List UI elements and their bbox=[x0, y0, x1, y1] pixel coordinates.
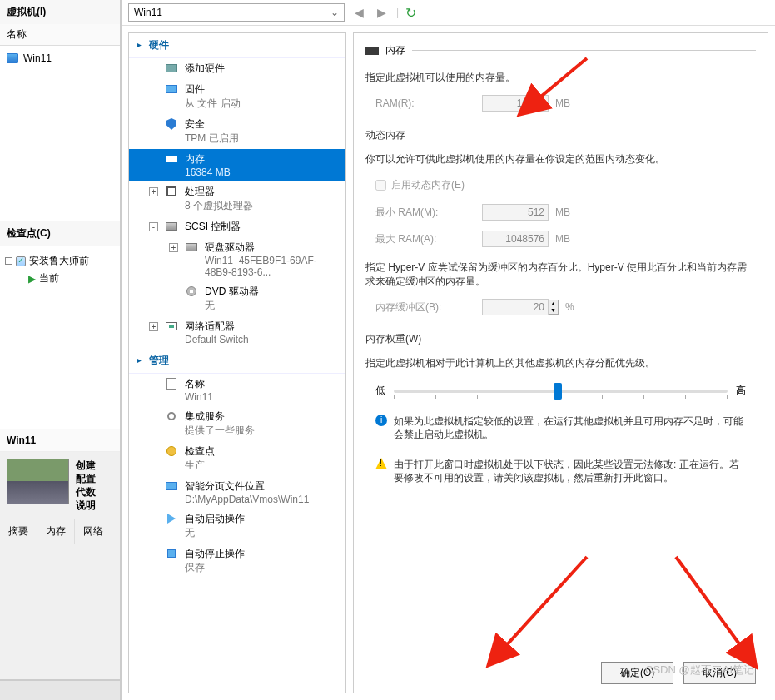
hw-network[interactable]: + 网络适配器Default Switch bbox=[129, 316, 345, 349]
preview-tabs: 摘要 内存 网络 bbox=[0, 519, 120, 544]
shield-icon bbox=[166, 118, 176, 130]
memory-desc: 指定此虚拟机可以使用的内存量。 bbox=[365, 71, 756, 85]
cpu-icon bbox=[166, 186, 176, 196]
buffer-row: 内存缓冲区(B): ▲▼ % bbox=[375, 299, 756, 315]
dvd-icon bbox=[186, 286, 196, 296]
dynamic-memory-header: 动态内存 bbox=[365, 128, 756, 142]
memory-icon bbox=[365, 47, 379, 55]
slider-thumb[interactable] bbox=[554, 383, 562, 400]
main-area: Win11 ⌄ ◀ ▶ | ↻ ▲ 硬件 添加硬件 固件从 文件 启动 安全 bbox=[121, 0, 775, 700]
svg-line-2 bbox=[676, 557, 743, 648]
hw-hdd[interactable]: + 硬盘驱动器Win11_45FEB9F1-69AF-48B9-8193-6..… bbox=[129, 237, 345, 281]
enable-dynamic-row: 启用动态内存(E) bbox=[375, 178, 756, 192]
ok-button[interactable]: 确定(O) bbox=[601, 662, 673, 684]
annotation-arrow bbox=[668, 557, 751, 659]
vm-selector[interactable]: Win11 ⌄ bbox=[128, 3, 345, 22]
mgmt-autostart[interactable]: 自动启动操作无 bbox=[129, 509, 345, 544]
checkpoint-icon bbox=[16, 256, 26, 266]
info-text: 如果为此虚拟机指定较低的设置，在运行其他虚拟机并且可用内存不足时，可能会禁止启动… bbox=[394, 415, 746, 441]
ram-row: RAM(R): MB bbox=[375, 95, 756, 112]
hw-dvd[interactable]: DVD 驱动器无 bbox=[129, 281, 345, 316]
stop-icon bbox=[167, 549, 176, 558]
preview-panel: Win11 创建 配置 代数 说明 摘要 内存 网络 bbox=[0, 429, 120, 680]
hw-scsi[interactable]: - SCSI 控制器 bbox=[129, 216, 345, 237]
expand-icon[interactable]: + bbox=[149, 322, 158, 331]
vm-panel-header: 虚拟机(I) bbox=[0, 0, 120, 24]
preview-title: Win11 bbox=[0, 429, 120, 452]
slider-high-label: 高 bbox=[736, 384, 746, 398]
buffer-input[interactable] bbox=[482, 299, 549, 315]
buffer-desc: 指定 Hyper-V 应尝试保留为缓冲区的内存百分比。Hyper-V 使用此百分… bbox=[365, 261, 756, 289]
nav-back-button[interactable]: ◀ bbox=[351, 6, 367, 19]
weight-desc: 指定此虚拟机相对于此计算机上的其他虚拟机的内存分配优先级。 bbox=[365, 356, 756, 370]
collapse-icon[interactable]: - bbox=[149, 222, 158, 231]
preview-text: 创建 配置 代数 说明 bbox=[76, 459, 96, 512]
hdd-icon bbox=[186, 243, 197, 251]
refresh-button[interactable]: ↻ bbox=[405, 5, 416, 21]
dynamic-memory-desc: 你可以允许可供此虚拟机使用的内存量在你设定的范围内动态变化。 bbox=[365, 152, 756, 166]
hardware-section-header[interactable]: ▲ 硬件 bbox=[129, 33, 345, 58]
vm-thumbnail[interactable] bbox=[7, 459, 69, 504]
expand-icon[interactable]: + bbox=[149, 187, 158, 196]
checkpoint-item[interactable]: - 安装鲁大师前 bbox=[5, 252, 115, 270]
left-sidebar: 虚拟机(I) 名称 Win11 检查点(C) - 安装鲁大师前 ▶ 当前 bbox=[0, 0, 121, 700]
mgmt-paging[interactable]: 智能分页文件位置D:\MyAppData\Vmos\Win11 bbox=[129, 476, 345, 509]
hw-cpu[interactable]: + 处理器8 个虚拟处理器 bbox=[129, 181, 345, 216]
vm-icon bbox=[7, 53, 18, 63]
buffer-spinner[interactable]: ▲▼ bbox=[482, 299, 559, 315]
memory-icon bbox=[166, 156, 177, 162]
tab-memory[interactable]: 内存 bbox=[37, 519, 75, 544]
slider-low-label: 低 bbox=[375, 384, 385, 398]
expand-icon[interactable]: + bbox=[169, 243, 178, 252]
mgmt-autostop[interactable]: 自动停止操作保存 bbox=[129, 544, 345, 578]
tab-summary[interactable]: 摘要 bbox=[0, 519, 37, 544]
management-section-header[interactable]: ▲ 管理 bbox=[129, 349, 345, 374]
warning-row: 由于打开此窗口时虚拟机处于以下状态，因此某些设置无法修改: 正在运行。若要修改不… bbox=[375, 458, 746, 484]
vm-list-item[interactable]: Win11 bbox=[0, 49, 120, 67]
vm-name-label: Win11 bbox=[23, 52, 52, 64]
weight-slider[interactable] bbox=[394, 390, 728, 393]
add-hardware-icon bbox=[166, 64, 177, 72]
warning-icon bbox=[375, 458, 387, 469]
collapse-icon[interactable]: - bbox=[5, 257, 12, 265]
checkpoint-current[interactable]: ▶ 当前 bbox=[5, 270, 115, 287]
cancel-button[interactable]: 取消(C) bbox=[683, 662, 756, 684]
info-icon: i bbox=[375, 415, 387, 426]
svg-line-1 bbox=[504, 557, 587, 648]
weight-slider-row: 低 高 bbox=[375, 384, 746, 398]
tab-network[interactable]: 网络 bbox=[75, 519, 112, 544]
chevron-icon: ▲ bbox=[135, 357, 144, 365]
warning-text: 由于打开此窗口时虚拟机处于以下状态，因此某些设置无法修改: 正在运行。若要修改不… bbox=[394, 458, 746, 484]
enable-dynamic-checkbox[interactable] bbox=[375, 180, 386, 191]
toolbar: Win11 ⌄ ◀ ▶ | ↻ bbox=[122, 0, 775, 26]
mgmt-integration[interactable]: 集成服务提供了一些服务 bbox=[129, 406, 345, 441]
mgmt-name[interactable]: 名称Win11 bbox=[129, 374, 345, 406]
checkpoint-header: 检查点(C) bbox=[0, 221, 120, 246]
ram-unit: MB bbox=[555, 97, 580, 109]
hw-add-hardware[interactable]: 添加硬件 bbox=[129, 58, 345, 79]
ram-input[interactable] bbox=[482, 95, 549, 112]
hw-security[interactable]: 安全TPM 已启用 bbox=[129, 114, 345, 149]
mgmt-checkpoint[interactable]: 检查点生产 bbox=[129, 441, 345, 476]
vm-selector-label: Win11 bbox=[134, 7, 162, 18]
spinner-up-icon[interactable]: ▲ bbox=[549, 300, 558, 307]
nav-forward-button[interactable]: ▶ bbox=[374, 6, 390, 19]
network-icon bbox=[166, 322, 177, 330]
min-ram-label: 最小 RAM(M): bbox=[375, 206, 475, 220]
hw-memory[interactable]: 内存16384 MB bbox=[129, 149, 345, 181]
checkpoint-icon bbox=[166, 446, 176, 456]
chevron-icon: ▲ bbox=[135, 42, 144, 50]
checkpoint-tree: - 安装鲁大师前 ▶ 当前 bbox=[0, 249, 120, 290]
current-arrow-icon: ▶ bbox=[28, 273, 36, 285]
vm-column-name[interactable]: 名称 bbox=[0, 24, 120, 46]
hw-firmware[interactable]: 固件从 文件 启动 bbox=[129, 79, 345, 114]
content: ▲ 硬件 添加硬件 固件从 文件 启动 安全TPM 已启用 内存16384 MB… bbox=[122, 26, 775, 700]
folder-icon bbox=[166, 482, 177, 490]
min-ram-input[interactable] bbox=[482, 204, 549, 221]
spinner-down-icon[interactable]: ▼ bbox=[549, 307, 558, 314]
vm-panel: 虚拟机(I) 名称 Win11 bbox=[0, 0, 120, 221]
max-ram-label: 最大 RAM(A): bbox=[375, 232, 475, 246]
ram-label: RAM(R): bbox=[375, 97, 475, 109]
gear-icon bbox=[167, 412, 176, 420]
max-ram-input[interactable] bbox=[482, 231, 549, 247]
